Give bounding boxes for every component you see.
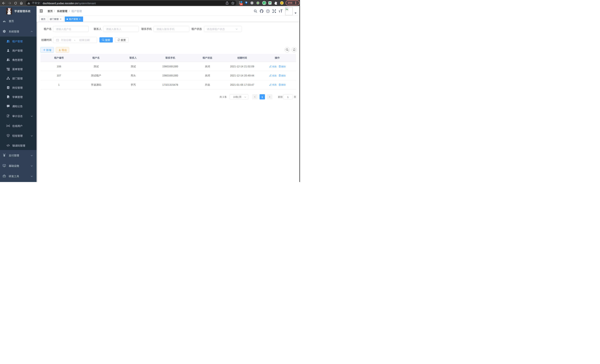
- svg-text:?: ?: [267, 10, 269, 13]
- svg-text:y: y: [264, 2, 265, 4]
